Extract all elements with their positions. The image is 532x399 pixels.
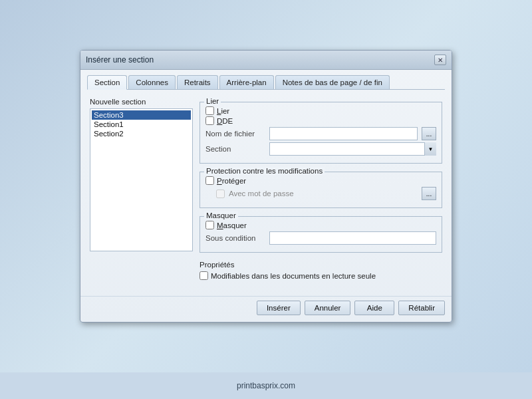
modifiables-checkbox-row: Modifiables dans les documents en lectur… [200,271,442,280]
dde-checkbox[interactable] [205,116,214,125]
bottom-text: printbasprix.com [237,381,295,390]
nom-fichier-label: Nom de fichier [205,130,265,138]
tab-retraits[interactable]: Retraits [177,75,218,89]
protection-group-title: Protection contre les modifications [204,167,325,175]
tab-bar: Section Colonnes Retraits Arrière-plan N… [87,75,445,90]
lier-checkbox[interactable] [205,106,214,115]
section-select[interactable] [269,142,436,156]
masquer-group-title: Masquer [204,211,238,219]
dialog-footer: Insérer Annuler Aide Rétablir [80,296,452,322]
avec-mot-label: Avec mot de passe [229,190,418,198]
avec-mot-checkbox[interactable] [216,190,225,198]
tab-section[interactable]: Section [87,75,127,90]
proteger-checkbox-row: Protéger [205,176,436,185]
avec-mot-browse-button[interactable]: ... [422,187,436,200]
masquer-group: Masquer Masquer Sous condition [200,216,442,253]
annuler-button[interactable]: Annuler [305,301,351,315]
lier-group-title: Lier [204,97,221,105]
bottom-bar: printbasprix.com [0,372,532,399]
nom-fichier-browse-button[interactable]: ... [422,127,436,140]
proprietes-section: Propriétés Modifiables dans les document… [200,261,442,281]
close-button[interactable]: ✕ [434,55,446,65]
dialog-titlebar: Insérer une section ✕ [80,51,452,70]
list-item[interactable]: Section3 [92,110,191,120]
section-row: Section ▼ [205,142,436,156]
masquer-label: Masquer [217,221,247,229]
retablir-button[interactable]: Rétablir [398,301,445,315]
protection-group: Protection contre les modifications Prot… [200,172,442,208]
nom-fichier-row: Nom de fichier ... [205,127,436,140]
sous-condition-input[interactable] [269,231,436,245]
dialog-title: Insérer une section [86,55,154,65]
section-label: Section [205,145,265,153]
avec-mot-row: Avec mot de passe ... [205,187,436,200]
section-list[interactable]: Section3 Section1 Section2 [90,108,193,251]
lier-label: LLierier [217,107,229,115]
dde-checkbox-row: DDE [205,116,436,125]
tab-arriere-plan[interactable]: Arrière-plan [219,75,274,89]
lier-group: Lier LLierier DDE Nom de fichier . [200,102,442,164]
tab-notes[interactable]: Notes de bas de page / de fin [275,75,390,89]
right-panel: Lier LLierier DDE Nom de fichier . [200,98,442,281]
proprietes-label: Propriétés [200,261,442,269]
dde-label: DDE [217,117,233,125]
proteger-checkbox[interactable] [205,176,214,185]
aide-button[interactable]: Aide [354,301,394,315]
proteger-label: Protéger [217,177,246,185]
list-item[interactable]: Section1 [92,120,191,129]
main-body: Nouvelle section Section3 Section1 Secti… [87,95,445,287]
sous-condition-row: Sous condition [205,231,436,245]
nouvelle-section-label: Nouvelle section [90,98,193,106]
sous-condition-label: Sous condition [205,234,265,242]
section-dropdown-arrow[interactable]: ▼ [424,142,436,156]
modifiables-checkbox[interactable] [200,271,208,280]
left-panel: Nouvelle section Section3 Section1 Secti… [90,98,193,281]
masquer-checkbox[interactable] [205,221,214,229]
tab-colonnes[interactable]: Colonnes [128,75,176,89]
lier-checkbox-row: LLierier [205,106,436,115]
nom-fichier-input[interactable] [269,127,418,140]
section-select-wrapper: ▼ [269,142,436,156]
inserer-button[interactable]: Insérer [257,301,301,315]
masquer-checkbox-row: Masquer [205,221,436,229]
modifiables-label: Modifiables dans les documents en lectur… [211,272,376,280]
insert-section-dialog: Insérer une section ✕ Section Colonnes R… [80,50,452,323]
dialog-content: Section Colonnes Retraits Arrière-plan N… [80,70,452,293]
list-item[interactable]: Section2 [92,129,191,138]
